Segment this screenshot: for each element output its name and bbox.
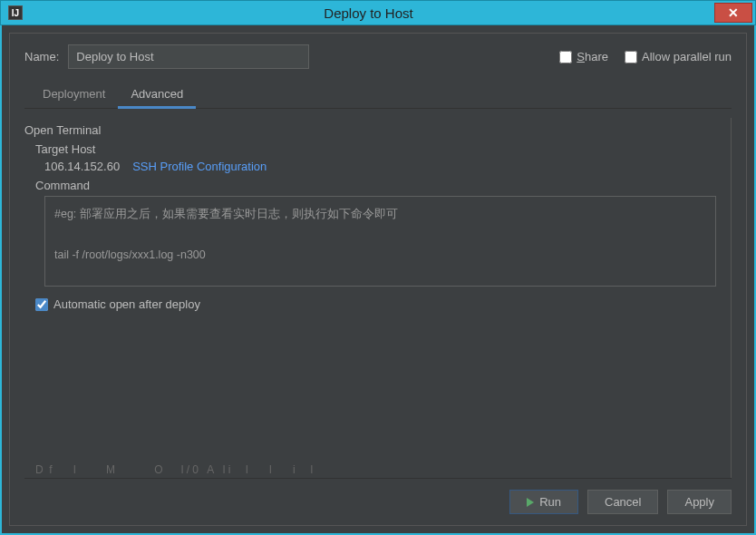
target-host-row: 106.14.152.60 SSH Profile Configuration	[44, 160, 727, 173]
parallel-label: Allow parallel run	[642, 50, 732, 63]
auto-open-label: Automatic open after deploy	[53, 297, 200, 311]
close-icon: ✕	[728, 5, 739, 20]
titlebar: IJ Deploy to Host ✕	[0, 0, 756, 25]
play-icon	[527, 498, 534, 507]
dialog: Name: Share Allow parallel run Deploymen…	[9, 33, 747, 526]
cancel-button[interactable]: Cancel	[587, 490, 658, 514]
open-terminal-heading: Open Terminal	[24, 123, 727, 137]
target-host-label: Target Host	[35, 142, 727, 156]
content-area[interactable]: Open Terminal Target Host 106.14.152.60 …	[24, 118, 732, 478]
apply-button-label: Apply	[684, 495, 714, 509]
footer-buttons: Run Cancel Apply	[24, 478, 732, 514]
tabs: Deployment Advanced	[24, 82, 732, 109]
close-button[interactable]: ✕	[714, 3, 752, 23]
app-icon: IJ	[8, 5, 23, 20]
cancel-button-label: Cancel	[605, 495, 641, 509]
name-input[interactable]	[68, 44, 309, 69]
tab-advanced[interactable]: Advanced	[118, 82, 196, 109]
parallel-checkbox-input[interactable]	[625, 51, 637, 63]
faint-footer-text: D f l M O l / 0 A l i l l i l	[35, 463, 313, 476]
share-checkbox-input[interactable]	[559, 51, 572, 63]
top-row: Name: Share Allow parallel run	[24, 44, 732, 69]
name-label: Name:	[24, 50, 59, 63]
tab-deployment[interactable]: Deployment	[30, 82, 118, 108]
run-button-label: Run	[539, 495, 561, 509]
parallel-checkbox[interactable]: Allow parallel run	[625, 50, 732, 63]
window-title: Deploy to Host	[23, 5, 714, 21]
target-host-ip: 106.14.152.60	[44, 160, 120, 173]
window-body: Name: Share Allow parallel run Deploymen…	[0, 25, 756, 535]
auto-open-checkbox-input[interactable]	[35, 298, 48, 311]
apply-button[interactable]: Apply	[667, 490, 732, 514]
auto-open-checkbox[interactable]: Automatic open after deploy	[35, 297, 727, 311]
share-label: Share	[577, 50, 608, 63]
command-input[interactable]: #eg: 部署应用之后，如果需要查看实时日志，则执行如下命令即可 tail -f…	[44, 196, 716, 287]
run-button[interactable]: Run	[509, 490, 578, 514]
ssh-profile-link[interactable]: SSH Profile Configuration	[132, 160, 267, 173]
share-checkbox[interactable]: Share	[559, 50, 608, 63]
command-label: Command	[35, 179, 727, 192]
